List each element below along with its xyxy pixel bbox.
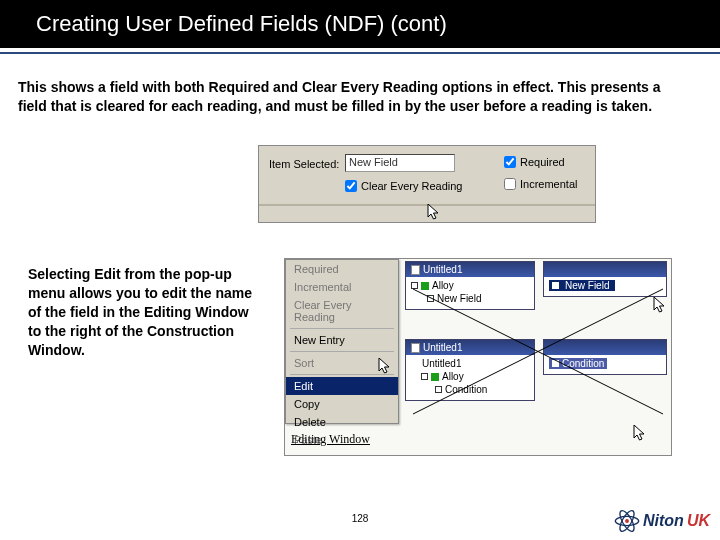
edit-field-row[interactable]: Condition xyxy=(549,357,661,370)
menu-edit[interactable]: Edit xyxy=(286,377,398,395)
item-selected-label: Item Selected: xyxy=(269,158,339,170)
edit-field-name[interactable]: New Field xyxy=(562,280,612,291)
collapse-icon[interactable] xyxy=(421,373,428,380)
brand-name: Niton xyxy=(643,512,684,530)
window-title: Untitled1 xyxy=(423,342,462,353)
tree-label: Untitled1 xyxy=(422,358,461,369)
incremental-box[interactable] xyxy=(504,178,516,190)
field-icon xyxy=(552,282,559,289)
clear-every-reading-label: Clear Every Reading xyxy=(361,180,463,192)
edit-paragraph: Selecting Edit from the pop-up menu allo… xyxy=(28,265,258,359)
tree-label: New Field xyxy=(437,293,481,304)
menu-required[interactable]: Required xyxy=(286,260,398,278)
figure-edit-windows: Required Incremental Clear Every Reading… xyxy=(284,258,672,456)
tree-label: Alloy xyxy=(442,371,464,382)
tree-item-untitled[interactable]: Untitled1 xyxy=(411,357,529,370)
matrix-icon xyxy=(421,282,429,290)
window-titlebar: Untitled1 xyxy=(406,262,534,277)
required-checkbox[interactable]: Required xyxy=(504,156,565,168)
page-number: 128 xyxy=(352,513,369,524)
menu-separator xyxy=(290,351,394,352)
menu-new-entry[interactable]: New Entry xyxy=(286,331,398,349)
field-icon xyxy=(427,295,434,302)
document-icon xyxy=(411,265,420,275)
window-titlebar: Untitled1 xyxy=(406,340,534,355)
brand-suffix: UK xyxy=(687,512,710,530)
document-icon xyxy=(411,343,420,353)
tree-item-alloy[interactable]: Alloy xyxy=(411,279,529,292)
editing-window-caption: Editing Window xyxy=(291,432,370,447)
edit-field-name[interactable]: Condition xyxy=(562,358,604,369)
tree-item-newfield[interactable]: New Field xyxy=(411,292,529,305)
cursor-icon xyxy=(653,297,667,317)
required-box[interactable] xyxy=(504,156,516,168)
cursor-icon xyxy=(378,358,392,378)
slide-title: Creating User Defined Fields (NDF) (cont… xyxy=(0,0,720,48)
construction-window-top[interactable]: Untitled1 Alloy New Field xyxy=(405,261,535,310)
cursor-icon xyxy=(633,425,647,445)
edit-field-row[interactable]: New Field xyxy=(549,279,661,292)
clear-every-reading-box[interactable] xyxy=(345,180,357,192)
brand-logo: NitonUK xyxy=(614,508,710,534)
intro-paragraph: This shows a field with both Required an… xyxy=(18,78,668,116)
menu-copy[interactable]: Copy xyxy=(286,395,398,413)
incremental-label: Incremental xyxy=(520,178,577,190)
context-menu[interactable]: Required Incremental Clear Every Reading… xyxy=(285,259,399,424)
menu-delete[interactable]: Delete xyxy=(286,413,398,431)
menu-separator xyxy=(290,328,394,329)
menu-clear-every-reading[interactable]: Clear Every Reading xyxy=(286,296,398,326)
field-icon xyxy=(435,386,442,393)
collapse-icon[interactable] xyxy=(411,282,418,289)
cursor-icon xyxy=(427,204,441,222)
tree-item-condition[interactable]: Condition xyxy=(411,383,529,396)
field-icon xyxy=(552,360,559,367)
window-titlebar xyxy=(544,340,666,355)
header-rule xyxy=(0,52,720,54)
construction-window-bottom[interactable]: Untitled1 Untitled1 Alloy Condition xyxy=(405,339,535,401)
figure-options-panel: Item Selected: New Field Clear Every Rea… xyxy=(258,145,596,223)
document-icon xyxy=(411,359,419,368)
item-selected-field[interactable]: New Field xyxy=(345,154,455,172)
menu-incremental[interactable]: Incremental xyxy=(286,278,398,296)
required-label: Required xyxy=(520,156,565,168)
tree-item-alloy[interactable]: Alloy xyxy=(411,370,529,383)
editing-window-bottom[interactable]: Condition xyxy=(543,339,667,375)
window-title: Untitled1 xyxy=(423,264,462,275)
tree-label: Alloy xyxy=(432,280,454,291)
clear-every-reading-checkbox[interactable]: Clear Every Reading xyxy=(345,180,463,192)
editing-window-top[interactable]: New Field xyxy=(543,261,667,297)
incremental-checkbox[interactable]: Incremental xyxy=(504,178,577,190)
atom-icon xyxy=(614,508,640,534)
tree-label: Condition xyxy=(445,384,487,395)
svg-point-5 xyxy=(625,519,629,523)
window-titlebar xyxy=(544,262,666,277)
matrix-icon xyxy=(431,373,439,381)
